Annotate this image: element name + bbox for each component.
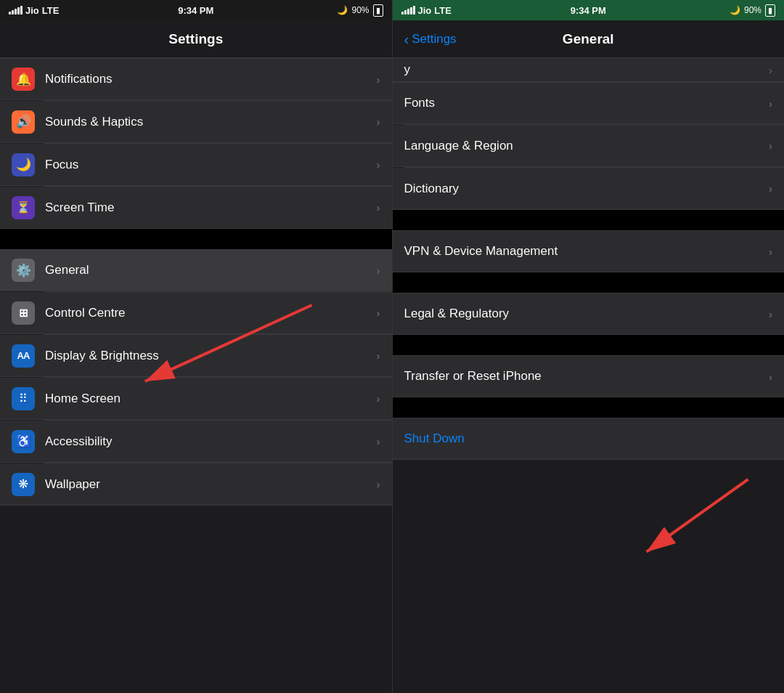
- notifications-icon: 🔔: [12, 68, 35, 91]
- sounds-icon: 🔊: [12, 110, 35, 134]
- right-battery-percent: 90%: [744, 5, 761, 15]
- sounds-chevron: ›: [377, 115, 380, 128]
- section-separator-4: [393, 335, 785, 355]
- signal-bars: [9, 6, 23, 15]
- sounds-label: Sounds & Haptics: [45, 115, 377, 129]
- dictionary-label: Dictionary: [404, 182, 769, 196]
- left-status-carrier: Jio LTE: [9, 5, 59, 16]
- vpn-chevron: ›: [769, 246, 772, 258]
- back-button[interactable]: ‹ Settings: [404, 32, 457, 46]
- settings-item-dictionary[interactable]: Dictionary ›: [393, 168, 785, 210]
- shutdown-label: Shut Down: [404, 431, 773, 446]
- right-status-battery: 🌙 90% ▮: [730, 4, 775, 17]
- settings-item-shutdown[interactable]: Shut Down: [393, 418, 785, 460]
- language-label: Language & Region: [404, 139, 769, 153]
- carrier-name: Jio: [25, 5, 39, 16]
- left-panel: Jio LTE 9:34 PM 🌙 90% ▮ Settings 🔔 Notif…: [0, 0, 393, 693]
- homescreen-chevron: ›: [377, 392, 380, 405]
- moon-icon: 🌙: [337, 5, 348, 15]
- settings-item-general[interactable]: ⚙️ General ›: [0, 249, 392, 291]
- focus-chevron: ›: [377, 158, 380, 171]
- settings-item-control[interactable]: ⊞ Control Centre ›: [0, 292, 392, 334]
- general-label: General: [45, 263, 377, 277]
- dictionary-chevron: ›: [769, 182, 772, 195]
- right-settings-list: y › Fonts › Language & Region › Dictiona…: [393, 58, 785, 693]
- legal-chevron: ›: [769, 308, 772, 320]
- screentime-chevron: ›: [377, 201, 380, 214]
- left-panel-title: Settings: [168, 31, 223, 47]
- battery-icon: ▮: [373, 4, 383, 17]
- transfer-label: Transfer or Reset iPhone: [404, 369, 769, 384]
- left-status-bar: Jio LTE 9:34 PM 🌙 90% ▮: [0, 0, 392, 20]
- accessibility-icon: ♿: [12, 430, 35, 453]
- notifications-label: Notifications: [45, 72, 377, 86]
- right-network-type: LTE: [434, 5, 452, 16]
- settings-item-sounds[interactable]: 🔊 Sounds & Haptics ›: [0, 101, 392, 143]
- wallpaper-chevron: ›: [377, 478, 380, 490]
- language-chevron: ›: [769, 139, 772, 152]
- right-battery-icon: ▮: [765, 4, 775, 17]
- right-panel-title: General: [563, 31, 614, 47]
- settings-item-notifications[interactable]: 🔔 Notifications ›: [0, 58, 392, 100]
- settings-item-fonts[interactable]: Fonts ›: [393, 82, 785, 124]
- section-separator-2: [393, 210, 785, 230]
- left-status-battery: 🌙 90% ▮: [337, 4, 383, 17]
- group2: VPN & Device Management ›: [393, 230, 785, 272]
- settings-item-display[interactable]: AA Display & Brightness ›: [0, 335, 392, 377]
- left-settings-list: 🔔 Notifications › 🔊 Sounds & Haptics › 🌙…: [0, 58, 392, 693]
- group1: Fonts › Language & Region › Dictionary ›: [393, 82, 785, 210]
- settings-item-homescreen[interactable]: ⠿ Home Screen ›: [0, 378, 392, 420]
- accessibility-label: Accessibility: [45, 434, 377, 449]
- focus-label: Focus: [45, 158, 377, 172]
- group3: Legal & Regulatory ›: [393, 293, 785, 335]
- settings-item-language[interactable]: Language & Region ›: [393, 125, 785, 167]
- group5: Shut Down: [393, 418, 785, 460]
- settings-item-legal[interactable]: Legal & Regulatory ›: [393, 293, 785, 335]
- general-chevron: ›: [377, 264, 380, 277]
- control-chevron: ›: [377, 307, 380, 319]
- signal-bars-right: [401, 6, 415, 15]
- wallpaper-label: Wallpaper: [45, 477, 377, 492]
- back-chevron-icon: ‹: [404, 32, 409, 46]
- settings-item-accessibility[interactable]: ♿ Accessibility ›: [0, 421, 392, 463]
- control-icon: ⊞: [12, 301, 35, 325]
- back-label: Settings: [412, 32, 456, 46]
- section-separator: [0, 229, 392, 249]
- left-status-time: 9:34 PM: [178, 5, 213, 16]
- settings-item-transfer[interactable]: Transfer or Reset iPhone ›: [393, 355, 785, 397]
- display-chevron: ›: [377, 349, 380, 362]
- right-nav-header: ‹ Settings General: [393, 20, 785, 58]
- homescreen-label: Home Screen: [45, 392, 377, 406]
- transfer-chevron: ›: [769, 370, 772, 383]
- general-icon: ⚙️: [12, 259, 35, 282]
- right-status-time: 9:34 PM: [571, 5, 606, 16]
- focus-icon: 🌙: [12, 153, 35, 177]
- right-status-bar: Jio LTE 9:34 PM 🌙 90% ▮: [393, 0, 785, 20]
- fonts-label: Fonts: [404, 96, 769, 110]
- accessibility-chevron: ›: [377, 435, 380, 447]
- partial-chevron: ›: [769, 64, 772, 76]
- settings-item-vpn[interactable]: VPN & Device Management ›: [393, 230, 785, 272]
- settings-item-screentime[interactable]: ⏳ Screen Time ›: [0, 187, 392, 229]
- partial-item: y ›: [393, 58, 785, 82]
- partial-text: y: [404, 62, 411, 77]
- control-label: Control Centre: [45, 306, 377, 320]
- settings-item-wallpaper[interactable]: ❋ Wallpaper ›: [0, 463, 392, 506]
- legal-label: Legal & Regulatory: [404, 307, 769, 321]
- right-status-carrier: Jio LTE: [401, 5, 452, 16]
- display-icon: AA: [12, 344, 35, 368]
- group4: Transfer or Reset iPhone ›: [393, 355, 785, 397]
- section-separator-3: [393, 272, 785, 293]
- screentime-label: Screen Time: [45, 200, 377, 215]
- right-moon-icon: 🌙: [730, 5, 740, 15]
- network-type: LTE: [42, 5, 60, 16]
- homescreen-icon: ⠿: [12, 387, 35, 410]
- notifications-chevron: ›: [377, 73, 380, 86]
- screentime-icon: ⏳: [12, 196, 35, 219]
- right-panel: Jio LTE 9:34 PM 🌙 90% ▮ ‹ Settings Gener…: [393, 0, 785, 693]
- fonts-chevron: ›: [769, 97, 772, 110]
- wallpaper-icon: ❋: [12, 473, 35, 496]
- settings-item-focus[interactable]: 🌙 Focus ›: [0, 144, 392, 186]
- left-nav-header: Settings: [0, 20, 392, 58]
- battery-percent: 90%: [351, 5, 369, 15]
